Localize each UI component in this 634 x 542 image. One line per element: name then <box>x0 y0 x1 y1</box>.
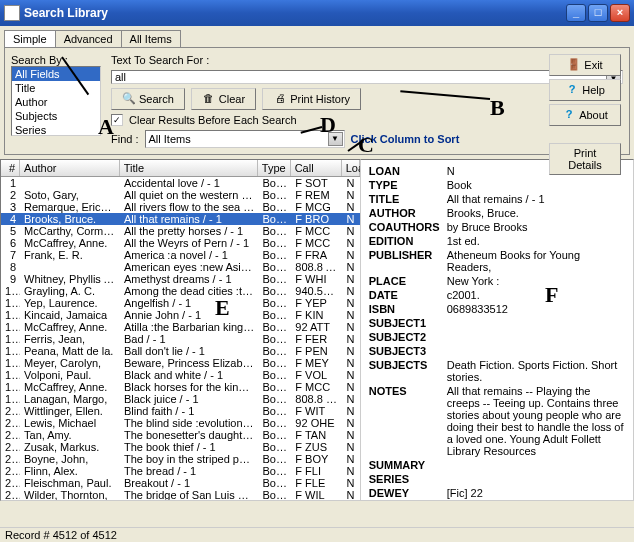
chevron-down-icon[interactable]: ▼ <box>328 132 343 146</box>
status-bar: Record # 4512 of 4512 <box>0 527 634 542</box>
table-row[interactable]: 5McCarthy, Cormac,All the pretty horses … <box>1 225 360 237</box>
clear-results-label: Clear Results Before Each Search <box>129 114 297 126</box>
tab-advanced[interactable]: Advanced <box>55 30 122 47</box>
window-title: Search Library <box>24 6 566 20</box>
close-button[interactable]: × <box>610 4 630 22</box>
col-num[interactable]: # <box>1 160 20 176</box>
detail-edition: EDITION1st ed. <box>369 235 625 247</box>
tab-strip: Simple Advanced All Items <box>0 26 634 47</box>
info-icon: ? <box>562 108 576 122</box>
table-row[interactable]: 17Volponi, Paul.Black and white / - 1Boo… <box>1 369 360 381</box>
print-history-button[interactable]: 🖨Print History <box>262 88 361 110</box>
help-button[interactable]: ?Help <box>549 79 621 101</box>
table-row[interactable]: 20Wittlinger, Ellen.Blind faith / - 1Boo… <box>1 405 360 417</box>
searchby-title[interactable]: Title <box>12 81 100 95</box>
col-type[interactable]: Type <box>258 160 291 176</box>
col-title[interactable]: Title <box>120 160 258 176</box>
table-row[interactable]: 12Kincaid, JamaicaAnnie John / - 1BookF … <box>1 309 360 321</box>
clear-results-checkbox[interactable]: ✓ <box>111 114 123 126</box>
about-button[interactable]: ?About <box>549 104 621 126</box>
detail-publisher: PUBLISHERAtheneum Books for Young Reader… <box>369 249 625 273</box>
table-row[interactable]: 26Fleischman, Paul.Breakout / - 1BookF F… <box>1 477 360 489</box>
table-row[interactable]: 9Whitney, Phyllis A.,Amethyst dreams / -… <box>1 273 360 285</box>
table-row[interactable]: 14Ferris, Jean,Bad / - 1BookF FERN <box>1 333 360 345</box>
details-panel[interactable]: LOANNTYPEBookTITLEAll that remains / - 1… <box>361 159 634 501</box>
detail-series: SERIES <box>369 473 625 485</box>
table-row[interactable]: 15Peana, Matt de la.Ball don't lie / - 1… <box>1 345 360 357</box>
detail-type: TYPEBook <box>369 179 625 191</box>
table-row[interactable]: 19Lanagan, Margo,Black juice / - 1Book80… <box>1 393 360 405</box>
print-details-button[interactable]: Print Details <box>549 143 621 175</box>
table-row[interactable]: 21Lewis, MichaelThe blind side :evolutio… <box>1 417 360 429</box>
detail-isbn: ISBN0689833512 <box>369 303 625 315</box>
search-button[interactable]: 🔍Search <box>111 88 185 110</box>
detail-coauthors: COAUTHORSby Bruce Brooks <box>369 221 625 233</box>
table-row[interactable]: 4Brooks, Bruce.All that remains / - 1Boo… <box>1 213 360 225</box>
grid-body[interactable]: 1Accidental love / - 1BookF SOTN2Soto, G… <box>1 177 360 500</box>
searchby-series[interactable]: Series <box>12 123 100 136</box>
find-label: Find : <box>111 133 139 145</box>
detail-notes: NOTESAll that remains -- Playing the cre… <box>369 385 625 457</box>
table-row[interactable]: 6McCaffrey, Anne.All the Weyrs of Pern /… <box>1 237 360 249</box>
detail-dewey: DEWEY[Fic] 22 <box>369 487 625 499</box>
col-author[interactable]: Author <box>20 160 120 176</box>
results-grid: # Author Title Type Call Loan 1Accidenta… <box>0 159 361 501</box>
detail-subject1: SUBJECT1 <box>369 317 625 329</box>
table-row[interactable]: 25Flinn, Alex.The bread / - 1BookF FLIN <box>1 465 360 477</box>
detail-subject2: SUBJECT2 <box>369 331 625 343</box>
detail-summary: SUMMARY <box>369 459 625 471</box>
titlebar[interactable]: Search Library _ □ × <box>0 0 634 26</box>
exit-button[interactable]: 🚪Exit <box>549 54 621 76</box>
minimize-button[interactable]: _ <box>566 4 586 22</box>
sort-hint: Click Column to Sort <box>351 133 460 145</box>
searchby-listbox[interactable]: All Fields Title Author Subjects Series … <box>11 66 101 136</box>
printer-icon: 🖨 <box>273 92 287 106</box>
col-loan[interactable]: Loan <box>342 160 360 176</box>
table-row[interactable]: 13McCaffrey, Anne.Atilla :the Barbarian … <box>1 321 360 333</box>
app-icon <box>4 5 20 21</box>
maximize-button[interactable]: □ <box>588 4 608 22</box>
table-row[interactable]: 10Grayling, A. C.Among the dead cities :… <box>1 285 360 297</box>
table-row[interactable]: 24Boyne, John,The boy in the striped paj… <box>1 453 360 465</box>
table-row[interactable]: 22Tan, Amy.The bonesetter's daughter / -… <box>1 429 360 441</box>
table-row[interactable]: 8American eyes :new Asian-Americ...Book8… <box>1 261 360 273</box>
detail-author: AUTHORBrooks, Bruce. <box>369 207 625 219</box>
search-panel: Search By : All Fields Title Author Subj… <box>4 47 630 155</box>
help-icon: ? <box>565 83 579 97</box>
clear-button[interactable]: 🗑Clear <box>191 88 256 110</box>
searchby-author[interactable]: Author <box>12 95 100 109</box>
searchby-subjects[interactable]: Subjects <box>12 109 100 123</box>
detail-title: TITLEAll that remains / - 1 <box>369 193 625 205</box>
searchby-legend: Search By : <box>11 54 101 66</box>
detail-place: PLACENew York : <box>369 275 625 287</box>
exit-icon: 🚪 <box>567 58 581 72</box>
main-area: # Author Title Type Call Loan 1Accidenta… <box>0 159 634 501</box>
detail-subjects: SUBJECTSDeath Fiction. Sports Fiction. S… <box>369 359 625 383</box>
searchby-allfields[interactable]: All Fields <box>12 67 100 81</box>
tab-allitems[interactable]: All Items <box>121 30 181 47</box>
searchtext-legend: Text To Search For : <box>111 54 623 66</box>
grid-header: # Author Title Type Call Loan <box>1 160 360 177</box>
search-icon: 🔍 <box>122 92 136 106</box>
table-row[interactable]: 1Accidental love / - 1BookF SOTN <box>1 177 360 189</box>
find-combo[interactable]: All Items ▼ <box>145 130 345 148</box>
table-row[interactable]: 3Remarque, Erich Maria,All rivers flow t… <box>1 201 360 213</box>
detail-date: DATEc2001. <box>369 289 625 301</box>
col-call[interactable]: Call <box>291 160 342 176</box>
table-row[interactable]: 2Soto, Gary,All quiet on the western fro… <box>1 189 360 201</box>
table-row[interactable]: 16Meyer, Carolyn,Beware, Princess Elizab… <box>1 357 360 369</box>
table-row[interactable]: 18McCaffrey, Anne.Black horses for the k… <box>1 381 360 393</box>
table-row[interactable]: 27Wilder, Thornton,The bridge of San Lui… <box>1 489 360 500</box>
clear-icon: 🗑 <box>202 92 216 106</box>
table-row[interactable]: 23Zusak, Markus.The book thief / - 1Book… <box>1 441 360 453</box>
table-row[interactable]: 7Frank, E. R.America :a novel / - 1BookF… <box>1 249 360 261</box>
detail-subject3: SUBJECT3 <box>369 345 625 357</box>
table-row[interactable]: 11Yep, Laurence.Angelfish / - 1BookF YEP… <box>1 297 360 309</box>
tab-simple[interactable]: Simple <box>4 30 56 47</box>
search-text-input[interactable]: all ▼ <box>111 70 623 84</box>
